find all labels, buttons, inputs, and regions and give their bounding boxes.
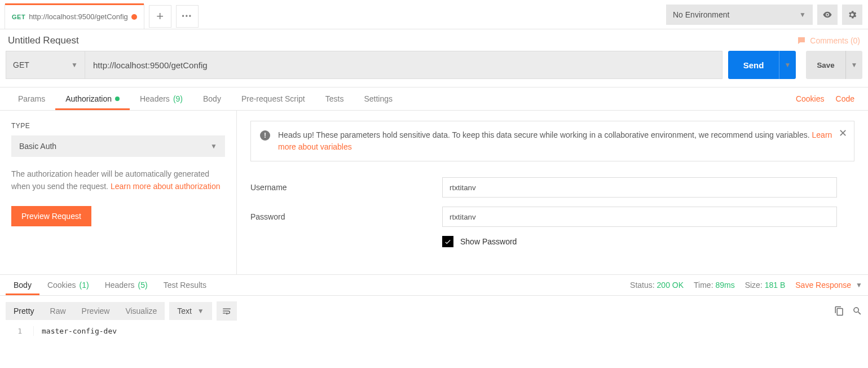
tab-settings[interactable]: Settings — [354, 87, 403, 110]
chevron-down-icon: ▼ — [197, 307, 204, 315]
view-mode-segment: Pretty Raw Preview Visualize — [6, 302, 165, 320]
env-settings-button[interactable] — [842, 5, 862, 25]
auth-help-text: The authorization header will be automat… — [11, 168, 225, 192]
resp-tab-headers[interactable]: Headers (5) — [97, 275, 156, 295]
view-visualize[interactable]: Visualize — [117, 302, 165, 320]
show-password-label: Show Password — [460, 237, 517, 246]
save-options-button[interactable]: ▼ — [845, 51, 862, 79]
comments-button[interactable]: Comments (0) — [796, 36, 860, 46]
code-link[interactable]: Code — [830, 87, 860, 110]
method-value: GET — [13, 60, 29, 69]
tab-body[interactable]: Body — [193, 87, 231, 110]
tab-headers-label: Headers — [140, 94, 170, 103]
resp-headers-count: (5) — [138, 281, 148, 290]
tab-method: GET — [12, 14, 25, 20]
language-select[interactable]: Text ▼ — [169, 302, 212, 320]
comment-icon — [796, 36, 807, 46]
comments-label: Comments (0) — [810, 36, 860, 45]
environment-label: No Environment — [673, 10, 729, 19]
tab-params[interactable]: Params — [8, 87, 55, 110]
line-number: 1 — [0, 326, 34, 336]
request-tab[interactable]: GET http://localhost:9500/getConfig — [5, 4, 144, 29]
resp-tab-body[interactable]: Body — [6, 275, 39, 295]
tab-headers[interactable]: Headers (9) — [130, 87, 193, 110]
plus-icon: + — [156, 10, 164, 23]
password-label: Password — [250, 212, 442, 221]
wrap-icon — [222, 306, 232, 316]
tab-url: http://localhost:9500/getConfig — [29, 12, 128, 21]
view-pretty[interactable]: Pretty — [6, 302, 42, 320]
send-button[interactable]: Send — [728, 51, 779, 79]
tab-prerequest[interactable]: Pre-request Script — [231, 87, 315, 110]
chevron-down-icon: ▼ — [71, 61, 78, 69]
auth-help-link[interactable]: Learn more about authorization — [111, 182, 221, 191]
time-meta: Time: 89ms — [694, 281, 735, 290]
headers-count: (9) — [173, 94, 183, 103]
resp-tab-tests[interactable]: Test Results — [156, 275, 214, 295]
eye-icon — [822, 10, 832, 20]
response-content: master-config-dev — [34, 326, 125, 336]
type-label: TYPE — [11, 122, 225, 130]
password-input[interactable] — [442, 207, 837, 227]
view-raw[interactable]: Raw — [42, 302, 74, 320]
tab-options-button[interactable] — [176, 5, 199, 28]
status-meta: Status: 200 OK — [630, 281, 684, 290]
size-meta: Size: 181 B — [745, 281, 786, 290]
search-icon[interactable] — [852, 306, 862, 316]
request-title: Untitled Request — [8, 35, 79, 46]
response-body: 1 master-config-dev — [0, 326, 868, 336]
chevron-down-icon: ▼ — [851, 61, 858, 69]
quick-look-button[interactable] — [817, 5, 838, 25]
active-dot-icon — [115, 97, 120, 101]
username-input[interactable] — [442, 177, 837, 198]
info-icon: ! — [260, 130, 270, 141]
banner-close-button[interactable]: ✕ — [839, 128, 847, 138]
gear-icon — [847, 10, 857, 20]
environment-dropdown[interactable]: No Environment ▼ — [666, 5, 813, 25]
chevron-down-icon: ▼ — [856, 281, 862, 289]
new-tab-button[interactable]: + — [149, 5, 171, 28]
cookies-count: (1) — [80, 281, 89, 290]
resp-tab-cookies[interactable]: Cookies (1) — [39, 275, 97, 295]
preview-request-button[interactable]: Preview Request — [11, 206, 91, 226]
save-button[interactable]: Save — [806, 51, 845, 79]
check-icon — [444, 238, 452, 246]
copy-icon[interactable] — [834, 306, 844, 316]
show-password-checkbox[interactable] — [442, 236, 453, 247]
chevron-down-icon: ▼ — [785, 61, 791, 69]
chevron-down-icon: ▼ — [210, 142, 217, 150]
auth-type-value: Basic Auth — [19, 142, 56, 151]
view-preview[interactable]: Preview — [74, 302, 118, 320]
tab-authorization-label: Authorization — [65, 94, 112, 103]
wrap-lines-button[interactable] — [217, 301, 237, 321]
cookies-link[interactable]: Cookies — [790, 87, 830, 110]
chevron-down-icon: ▼ — [799, 11, 806, 19]
tab-authorization[interactable]: Authorization — [55, 87, 130, 110]
send-options-button[interactable]: ▼ — [779, 51, 796, 79]
auth-type-select[interactable]: Basic Auth ▼ — [11, 135, 225, 157]
tab-tests[interactable]: Tests — [315, 87, 354, 110]
method-select[interactable]: GET ▼ — [6, 51, 85, 78]
save-response-button[interactable]: Save Response ▼ — [795, 281, 862, 290]
url-input[interactable] — [85, 51, 722, 78]
username-label: Username — [250, 183, 442, 192]
unsaved-dot-icon — [131, 14, 137, 20]
sensitive-data-banner: ! Heads up! These parameters hold sensit… — [250, 121, 854, 161]
